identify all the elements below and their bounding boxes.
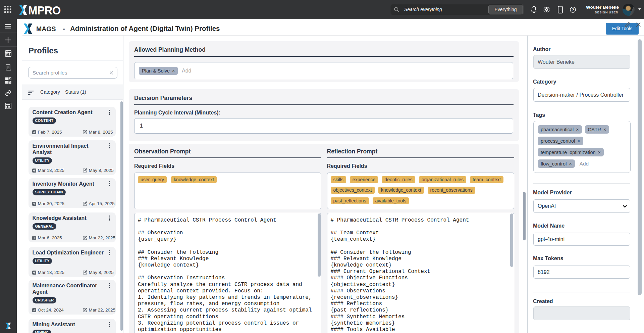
svg-text:?: ? (572, 8, 574, 12)
